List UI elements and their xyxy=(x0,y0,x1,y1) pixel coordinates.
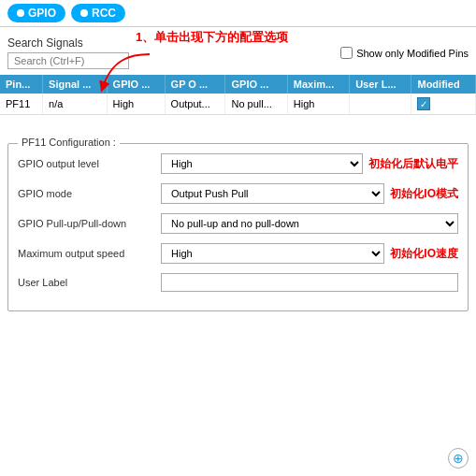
search-row: Search Signals Show only Modified Pins xyxy=(0,31,476,75)
config-annotation-3: 初始化IO速度 xyxy=(390,246,458,262)
col-modified: Modified xyxy=(411,75,476,94)
col-user: User L... xyxy=(350,75,411,94)
table-row[interactable]: PF11n/aHighOutput...No pull...High✓ xyxy=(0,94,476,115)
col-gpio3: GPIO ... xyxy=(225,75,287,94)
col-pin: Pin... xyxy=(0,75,43,94)
search-label: Search Signals xyxy=(7,36,129,50)
signal-table-container: Pin... Signal ... GPIO ... GP O ... GPIO… xyxy=(0,75,476,115)
col-maxim: Maxim... xyxy=(287,75,349,94)
show-modified-label: Show only Modified Pins xyxy=(356,48,469,59)
config-select-2[interactable]: No pull-up and no pull-downPull-upPull-d… xyxy=(161,213,458,234)
tab-gpio[interactable]: GPIO xyxy=(7,4,65,22)
col-gpio1: GPIO ... xyxy=(107,75,165,94)
modified-checkbox[interactable]: ✓ xyxy=(417,97,430,110)
config-select-1[interactable]: Output Push PullOutput Open Drain xyxy=(161,183,384,204)
tab-gpio-label: GPIO xyxy=(28,7,56,20)
config-label-2: GPIO Pull-up/Pull-down xyxy=(18,218,153,229)
col-signal: Signal ... xyxy=(43,75,107,94)
config-label-4: User Label xyxy=(18,277,153,288)
tab-rcc-label: RCC xyxy=(92,7,116,20)
show-modified-checkbox[interactable] xyxy=(340,47,353,59)
config-row-0: GPIO output levelHighLow初始化后默认电平 xyxy=(18,153,458,174)
tab-rcc[interactable]: RCC xyxy=(71,4,125,22)
config-row-3: Maximum output speedHighLowMediumVery Hi… xyxy=(18,243,458,264)
gpio-dot xyxy=(17,9,24,17)
config-row-2: GPIO Pull-up/Pull-downNo pull-up and no … xyxy=(18,213,458,234)
col-gpio2: GP O ... xyxy=(165,75,225,94)
config-label-3: Maximum output speed xyxy=(18,248,153,259)
config-annotation-0: 初始化后默认电平 xyxy=(368,156,458,172)
config-label-1: GPIO mode xyxy=(18,188,153,199)
search-input[interactable] xyxy=(7,52,129,69)
config-row-1: GPIO modeOutput Push PullOutput Open Dra… xyxy=(18,183,458,204)
rcc-dot xyxy=(80,9,88,17)
config-annotation-1: 初始化IO模式 xyxy=(390,186,458,202)
table-header-row: Pin... Signal ... GPIO ... GP O ... GPIO… xyxy=(0,75,476,94)
top-bar: GPIO RCC xyxy=(0,0,476,27)
zoom-button[interactable]: ⊕ xyxy=(448,448,469,469)
config-title: PF11 Configuration : xyxy=(18,137,120,148)
config-select-3[interactable]: HighLowMediumVery High xyxy=(161,243,384,264)
config-select-0[interactable]: HighLow xyxy=(161,153,363,174)
config-input-4[interactable] xyxy=(161,273,458,292)
config-label-0: GPIO output level xyxy=(18,158,153,169)
config-row-4: User Label xyxy=(18,273,458,292)
show-modified-row: Show only Modified Pins xyxy=(340,47,469,59)
signal-table: Pin... Signal ... GPIO ... GP O ... GPIO… xyxy=(0,75,476,115)
config-section: PF11 Configuration : GPIO output levelHi… xyxy=(7,143,469,311)
